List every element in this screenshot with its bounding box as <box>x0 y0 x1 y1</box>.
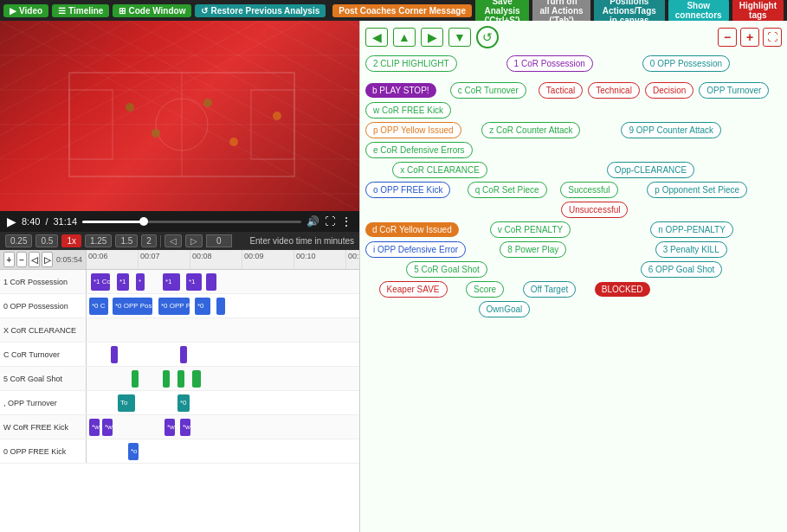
list-item[interactable]: *1 <box>117 273 129 291</box>
zoom-minus-btn[interactable]: − <box>718 28 737 47</box>
nav-right-arrow[interactable]: ▶ <box>421 28 443 47</box>
cor-possession-tag[interactable]: 1 CoR Possession <box>506 55 593 72</box>
speed-15-btn[interactable]: 1.5 <box>115 234 138 247</box>
frame-fwd-btn[interactable]: ▷ <box>185 234 203 247</box>
restore-btn[interactable]: ↺ Restore Previous Analysis <box>195 4 326 17</box>
timeline-btn[interactable]: ☰ Timeline <box>52 4 109 17</box>
list-item[interactable] <box>111 346 118 363</box>
list-item[interactable]: *0 OPP Pos <box>113 298 152 315</box>
cor-penalty-tag[interactable]: v CoR PENALTY <box>490 221 571 238</box>
fullscreen-button[interactable]: ⛶ <box>325 215 335 228</box>
list-item[interactable]: *1 Co <box>91 273 110 291</box>
list-item[interactable] <box>192 370 201 388</box>
timeline-area[interactable]: + − ◁ ▷ 0:05:54 00:06 00:07 00:08 00:09 … <box>0 250 359 532</box>
time-value-input[interactable] <box>206 234 232 247</box>
cor-goal-shot-tag[interactable]: 5 CoR Goal Shot <box>406 261 487 278</box>
list-item[interactable] <box>216 298 225 315</box>
tl-track-cor-turnover[interactable] <box>87 343 359 366</box>
clip-highlight-tag[interactable]: 2 CLIP HIGHLIGHT <box>365 55 457 72</box>
opp-clearance-tag[interactable]: Opp-CLEARANCE <box>607 162 694 178</box>
zoom-full-btn[interactable]: ⛶ <box>763 28 782 47</box>
highlight-tags-btn[interactable]: Highlight tags <box>732 0 784 22</box>
list-item[interactable] <box>206 273 216 291</box>
list-item[interactable]: * <box>136 273 145 291</box>
opp-goal-shot-tag[interactable]: 6 OPP Goal Shot <box>641 261 723 278</box>
list-item[interactable]: *0 OPP P <box>158 298 190 315</box>
tl-track-cor-goal-shot[interactable] <box>87 367 359 390</box>
nav-up-arrow[interactable]: ▲ <box>393 28 416 47</box>
nav-down-arrow[interactable]: ▼ <box>448 28 471 47</box>
tl-track-cor-possession[interactable]: *1 Co *1 * *1 *1 <box>87 270 359 293</box>
tl-track-opp-free-kick[interactable]: *o <box>87 439 359 463</box>
tl-add-btn[interactable]: + <box>3 252 15 267</box>
cor-counter-attack-tag[interactable]: z CoR Counter Attack <box>481 122 580 138</box>
cor-clearance-tag[interactable]: x CoR CLEARANCE <box>392 162 487 178</box>
frame-back-btn[interactable]: ◁ <box>164 234 182 247</box>
tl-left-btn[interactable]: ◁ <box>29 252 40 267</box>
tl-minus-btn[interactable]: − <box>16 252 28 267</box>
speed-1x-btn[interactable]: 1x <box>61 234 81 247</box>
opp-defensive-error-tag[interactable]: i OPP Defensive Error <box>365 241 466 258</box>
opp-yellow-issued-tag[interactable]: p OPP Yellow Issued <box>365 122 461 138</box>
speed-125-btn[interactable]: 1.25 <box>85 234 112 247</box>
list-item[interactable] <box>180 346 187 363</box>
tactical-tag[interactable]: Tactical <box>539 82 583 99</box>
cor-defensive-errors-tag[interactable]: e CoR Defensive Errors <box>365 142 473 158</box>
cor-free-kick-tag[interactable]: w CoR FREE Kick <box>365 102 451 119</box>
cor-set-piece-tag[interactable]: q CoR Set Piece <box>468 182 547 198</box>
penalty-kill-tag[interactable]: 3 Penalty KILL <box>655 241 727 258</box>
play-button[interactable]: ▶ <box>7 215 16 228</box>
own-goal-tag[interactable]: OwnGoal <box>479 301 531 317</box>
blocked-tag[interactable]: BLOCKED <box>595 282 650 297</box>
video-btn[interactable]: ▶ Video <box>3 4 48 17</box>
more-button[interactable]: ⋮ <box>340 215 352 228</box>
opp-counter-attack-tag[interactable]: 9 OPP Counter Attack <box>621 122 721 138</box>
speed-2-btn[interactable]: 2 <box>141 234 157 247</box>
speed-025-btn[interactable]: 0.25 <box>5 234 32 247</box>
list-item[interactable]: *w <box>164 419 175 436</box>
tl-track-cor-clearance[interactable] <box>87 318 359 342</box>
speed-05-btn[interactable]: 0.5 <box>35 234 58 247</box>
list-item[interactable]: *0 <box>195 298 210 315</box>
opp-possession-tag[interactable]: 0 OPP Possession <box>642 55 730 72</box>
progress-bar[interactable] <box>82 221 301 223</box>
list-item[interactable] <box>132 370 139 388</box>
list-item[interactable]: *1 <box>186 273 202 291</box>
list-item[interactable]: *0 <box>177 394 190 412</box>
nav-left-arrow[interactable]: ◀ <box>365 28 388 47</box>
volume-button[interactable]: 🔊 <box>306 215 319 228</box>
list-item[interactable] <box>163 370 170 388</box>
list-item[interactable]: To <box>118 394 135 412</box>
nav-circle-refresh[interactable]: ↺ <box>476 26 499 48</box>
list-item[interactable]: *1 <box>163 273 180 291</box>
opp-free-kick-tag[interactable]: o OPP FREE Kick <box>365 182 450 198</box>
cor-yellow-issued-tag[interactable]: d CoR Yellow Issued <box>365 222 459 237</box>
cor-turnover-tag[interactable]: c CoR Turnover <box>450 82 526 99</box>
opp-turnover-tag[interactable]: OPP Turnover <box>699 82 769 99</box>
tl-track-opp-turnover[interactable]: To *0 <box>87 391 359 414</box>
opp-penalty-tag[interactable]: n OPP-PENALTY <box>650 221 733 238</box>
tl-right-btn[interactable]: ▷ <box>42 252 53 267</box>
list-item[interactable]: *0 C <box>89 298 108 315</box>
decision-tag[interactable]: Decision <box>645 82 693 99</box>
list-item[interactable] <box>177 370 184 388</box>
code-window-btn[interactable]: ⊞ Code Window <box>113 4 191 17</box>
keaper-save-tag[interactable]: Keaper SAVE <box>379 281 448 298</box>
opp-set-piece-tag[interactable]: p Opponent Set Piece <box>647 182 747 198</box>
zoom-plus-btn[interactable]: + <box>740 28 759 47</box>
show-connectors-btn[interactable]: Show connectors <box>668 0 729 22</box>
successful-tag[interactable]: Successful <box>560 182 617 198</box>
technical-tag[interactable]: Technical <box>588 82 640 99</box>
score-tag[interactable]: Score <box>466 281 504 298</box>
unsuccessful-tag[interactable]: Unsuccessful <box>561 202 628 218</box>
tl-track-opp-possession[interactable]: *0 C *0 OPP Pos *0 OPP P *0 <box>87 294 359 317</box>
power-play-tag[interactable]: 8 Power Play <box>500 241 566 258</box>
tl-track-cor-free-kick[interactable]: *w *w *w *w <box>87 415 359 439</box>
play-stop-tag[interactable]: b PLAY STOP! <box>365 83 436 98</box>
list-item[interactable]: *w <box>89 419 100 436</box>
video-player[interactable] <box>0 21 359 211</box>
list-item[interactable]: *o <box>128 443 139 460</box>
list-item[interactable]: *w <box>102 419 113 436</box>
off-target-tag[interactable]: Off Target <box>523 281 577 298</box>
list-item[interactable]: *w <box>180 419 190 436</box>
